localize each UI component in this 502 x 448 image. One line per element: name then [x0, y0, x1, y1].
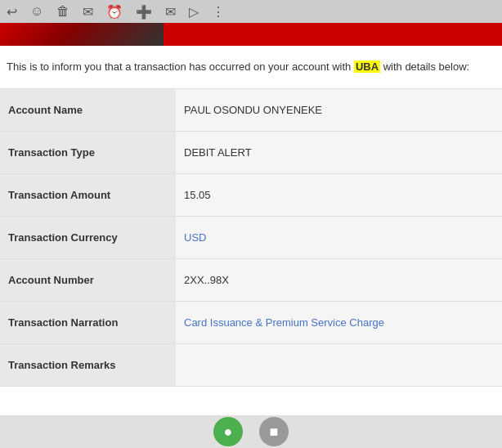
row-label-6: Transaction Remarks: [0, 343, 176, 386]
table-row: Transaction NarrationCard Issuance & Pre…: [0, 301, 502, 343]
table-row: Account Number2XX..98X: [0, 258, 502, 301]
row-value-0: PAUL OSONDU ONYENEKE: [176, 89, 502, 132]
row-label-0: Account Name: [0, 89, 176, 132]
bottom-icon-gray[interactable]: ■: [259, 417, 289, 446]
table-row: Transaction CurrencyUSD: [0, 216, 502, 258]
table-row: Account NamePAUL OSONDU ONYENEKE: [0, 89, 502, 132]
trash-icon[interactable]: 🗑: [56, 4, 69, 19]
gray-icon-symbol: ■: [270, 423, 279, 441]
row-value-1: DEBIT ALERT: [176, 131, 502, 173]
back-icon[interactable]: ↩: [7, 4, 17, 20]
more-icon[interactable]: ⋮: [212, 4, 225, 20]
table-row: Transaction Remarks: [0, 343, 502, 386]
add-icon[interactable]: ➕: [136, 4, 152, 20]
row-value-5: Card Issuance & Premium Service Charge: [176, 301, 502, 343]
row-label-3: Transaction Currency: [0, 216, 176, 258]
uba-highlight: UBA: [354, 60, 380, 73]
banner-image: [0, 23, 164, 46]
row-value-3: USD: [176, 216, 502, 258]
green-icon-symbol: ●: [224, 423, 233, 441]
row-value-6: [176, 343, 502, 386]
row-value-2: 15.05: [176, 173, 502, 216]
row-label-5: Transaction Narration: [0, 301, 176, 343]
intro-text-after: with details below:: [380, 60, 469, 73]
banner-area: [0, 23, 502, 46]
intro-text-before: This is to inform you that a transaction…: [7, 60, 354, 73]
row-label-4: Account Number: [0, 258, 176, 301]
intro-text: This is to inform you that a transaction…: [0, 46, 502, 89]
user-icon[interactable]: ☺: [30, 4, 43, 19]
row-label-1: Transaction Type: [0, 131, 176, 173]
table-row: Transaction TypeDEBIT ALERT: [0, 131, 502, 173]
bottom-icon-green[interactable]: ●: [213, 417, 243, 446]
top-bar: ↩ ☺ 🗑 ✉ ⏰ ➕ ✉ ▷ ⋮: [0, 0, 502, 23]
bottom-bar: ● ■: [0, 415, 502, 448]
play-icon[interactable]: ▷: [189, 4, 199, 20]
row-label-2: Transaction Amount: [0, 173, 176, 216]
send-icon[interactable]: ✉: [165, 4, 176, 20]
table-row: Transaction Amount15.05: [0, 173, 502, 216]
transaction-table: Account NamePAUL OSONDU ONYENEKETransact…: [0, 89, 502, 387]
mail-icon[interactable]: ✉: [83, 4, 93, 20]
clock-icon[interactable]: ⏰: [106, 4, 123, 20]
row-value-4: 2XX..98X: [176, 258, 502, 301]
